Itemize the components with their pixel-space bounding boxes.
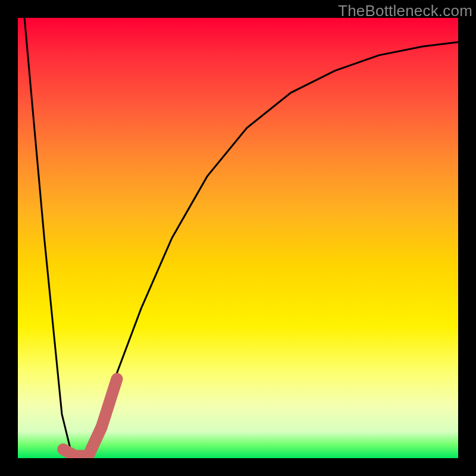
black-curve — [24, 18, 458, 458]
plot-area — [18, 18, 458, 458]
watermark-text: TheBottleneck.com — [338, 2, 472, 20]
chart-frame: TheBottleneck.com — [0, 0, 476, 476]
curves-layer — [18, 18, 458, 458]
marker-curve — [63, 379, 117, 456]
